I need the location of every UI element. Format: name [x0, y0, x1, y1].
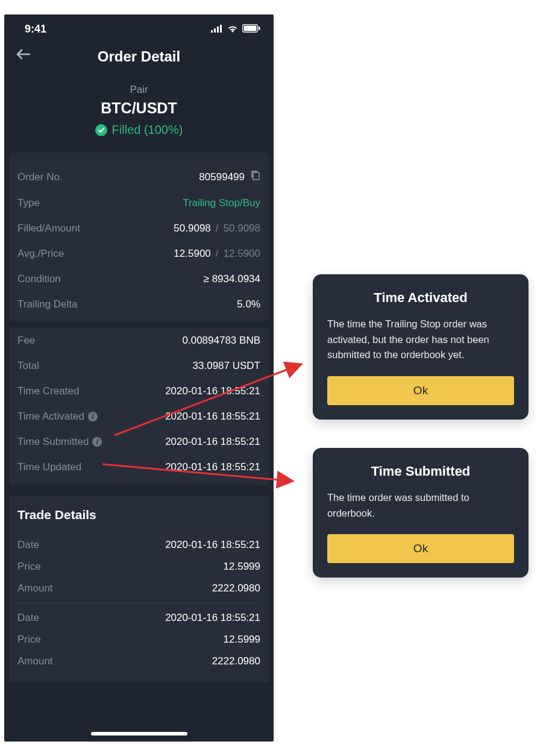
phone-screen: 9:41 Order Detail Pair BTC/USDT Filled: [4, 14, 274, 742]
trade-price-label: Price: [17, 634, 41, 646]
time-submitted-label: Time Submitted: [17, 436, 89, 448]
page-title: Order Detail: [98, 48, 180, 65]
row-total: Total 33.0987 USDT: [17, 353, 260, 379]
filled-value: 50.9098: [174, 222, 210, 235]
type-value: Trailing Stop/Buy: [183, 197, 260, 209]
fee-value: 0.00894783 BNB: [183, 335, 261, 347]
time-created-value: 2020-01-16 18:55:21: [165, 385, 260, 397]
row-condition: Condition ≥ 8934.0934: [17, 266, 260, 292]
order-no-label: Order No.: [17, 171, 63, 183]
time-updated-label: Time Updated: [17, 461, 81, 473]
row-time-updated: Time Updated 2020-01-16 18:55:21: [17, 455, 260, 480]
condition-label: Condition: [17, 273, 61, 285]
ok-button[interactable]: Ok: [327, 376, 514, 405]
svg-rect-5: [244, 26, 257, 31]
trade-item: Date2020-01-16 18:55:21 Price12.5999 Amo…: [17, 603, 260, 676]
row-fee: Fee 0.00894783 BNB: [17, 328, 260, 353]
copy-icon[interactable]: [249, 170, 260, 184]
battery-icon: [242, 23, 260, 36]
back-button[interactable]: [15, 46, 32, 63]
order-status: Filled (100%): [95, 123, 183, 137]
total-value: 33.0987 USDT: [193, 360, 260, 372]
amount-value: 50.9098: [224, 222, 260, 235]
order-header: Pair BTC/USDT Filled (100%): [4, 73, 274, 153]
row-filled-amount: Filled/Amount 50.9098/50.9098: [17, 216, 260, 241]
trailing-delta-label: Trailing Delta: [17, 298, 78, 310]
status-time: 9:41: [25, 23, 46, 36]
ok-button[interactable]: Ok: [327, 534, 514, 563]
divider: [9, 321, 269, 328]
trade-amount-label: Amount: [17, 655, 53, 667]
trade-date-label: Date: [17, 539, 39, 551]
row-order-no: Order No. 80599499: [17, 163, 260, 191]
row-type: Type Trailing Stop/Buy: [17, 191, 260, 216]
trade-price-value: 12.5999: [224, 634, 260, 646]
modal-body: The time the Trailing Stop order was act…: [327, 317, 514, 363]
nav-bar: Order Detail: [4, 40, 274, 73]
order-details-card: Order No. 80599499 Type Trailing Stop/Bu…: [9, 153, 269, 485]
modal-title: Time Submitted: [327, 464, 514, 479]
svg-rect-0: [211, 30, 213, 33]
trade-price-value: 12.5999: [224, 561, 260, 573]
wifi-icon: [227, 23, 239, 36]
modal-title: Time Activated: [327, 290, 514, 306]
cellular-icon: [211, 23, 223, 36]
svg-rect-8: [253, 172, 259, 180]
time-submitted-value: 2020-01-16 18:55:21: [165, 436, 260, 448]
trade-details-title: Trade Details: [17, 508, 260, 522]
condition-value: ≥ 8934.0934: [204, 273, 260, 285]
svg-rect-1: [214, 28, 216, 33]
modal-body: The time order was submitted to orderboo…: [327, 490, 514, 521]
info-icon[interactable]: i: [92, 437, 102, 447]
status-indicators: [211, 23, 260, 36]
price-value: 12.5900: [224, 248, 260, 260]
pair-value: BTC/USDT: [4, 99, 274, 117]
trade-details-card: Trade Details Date2020-01-16 18:55:21 Pr…: [9, 496, 269, 682]
order-status-text: Filled (100%): [112, 123, 183, 137]
fee-label: Fee: [17, 335, 35, 347]
trade-date-value: 2020-01-16 18:55:21: [165, 539, 260, 551]
type-label: Type: [17, 197, 40, 209]
trade-date-value: 2020-01-16 18:55:21: [165, 612, 260, 624]
filled-amount-label: Filled/Amount: [17, 222, 80, 235]
modal-time-activated: Time Activated The time the Trailing Sto…: [313, 274, 529, 420]
pair-label: Pair: [4, 84, 274, 96]
time-updated-value: 2020-01-16 18:55:21: [165, 461, 260, 473]
trade-amount-value: 2222.0980: [212, 655, 260, 667]
info-icon[interactable]: i: [88, 412, 98, 421]
time-activated-label: Time Activated: [17, 411, 84, 423]
row-time-activated: Time Activated i 2020-01-16 18:55:21: [17, 404, 260, 429]
avg-price-label: Avg./Price: [17, 248, 64, 260]
check-icon: [95, 124, 107, 136]
trade-amount-value: 2222.0980: [212, 582, 260, 594]
home-indicator[interactable]: [91, 732, 187, 736]
trade-price-label: Price: [17, 561, 41, 573]
time-created-label: Time Created: [17, 385, 79, 397]
modal-time-submitted: Time Submitted The time order was submit…: [313, 448, 529, 578]
row-time-submitted: Time Submitted i 2020-01-16 18:55:21: [17, 429, 260, 455]
svg-rect-6: [259, 27, 260, 30]
trade-item: Date2020-01-16 18:55:21 Price12.5999 Amo…: [17, 531, 260, 603]
row-trailing-delta: Trailing Delta 5.0%: [17, 292, 260, 317]
status-bar: 9:41: [4, 14, 274, 40]
trade-amount-label: Amount: [17, 582, 53, 594]
order-no-value: 80599499: [199, 171, 245, 183]
svg-rect-2: [217, 27, 219, 33]
total-label: Total: [17, 360, 39, 372]
svg-rect-3: [220, 25, 222, 33]
time-activated-value: 2020-01-16 18:55:21: [165, 411, 260, 423]
trade-date-label: Date: [17, 612, 39, 624]
trailing-delta-value: 5.0%: [237, 298, 260, 310]
row-avg-price: Avg./Price 12.5900/12.5900: [17, 241, 260, 266]
avg-value: 12.5900: [174, 248, 210, 260]
row-time-created: Time Created 2020-01-16 18:55:21: [17, 379, 260, 404]
